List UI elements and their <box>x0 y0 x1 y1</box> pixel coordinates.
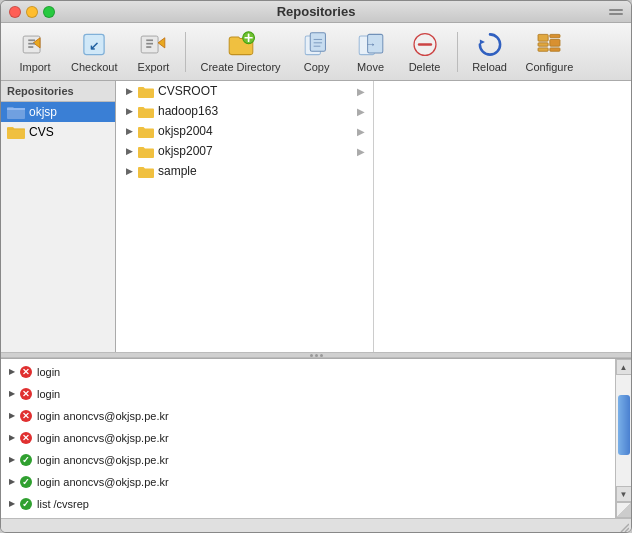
scrollbar-thumb[interactable] <box>618 395 630 455</box>
checkout-icon: ↙ <box>78 31 110 58</box>
svg-rect-28 <box>538 47 548 50</box>
svg-line-34 <box>625 528 629 532</box>
folder-icon <box>138 145 154 158</box>
log-arrow: ▶ <box>9 385 15 403</box>
create-directory-button[interactable]: Create Directory <box>192 27 288 77</box>
minimize-button[interactable] <box>26 6 38 18</box>
tree-chevron: ▶ <box>357 106 365 117</box>
main-area: Repositories okjsp CVS <box>1 81 631 518</box>
scrollbar-up-button[interactable]: ▲ <box>616 359 632 375</box>
traffic-lights <box>9 6 55 18</box>
tree-expand-arrow: ▶ <box>124 146 134 156</box>
reload-button[interactable]: Reload <box>464 27 516 77</box>
log-arrow: ▶ <box>9 407 15 425</box>
sidebar-item-okjsp[interactable]: okjsp <box>1 102 115 122</box>
move-button[interactable]: → Move <box>345 27 397 77</box>
log-arrow: ▶ <box>9 495 15 513</box>
svg-rect-4 <box>28 46 33 48</box>
tree-item-okjsp2007[interactable]: ▶ okjsp2007 ▶ <box>116 141 373 161</box>
sidebar-item-cvs-label: CVS <box>29 125 54 139</box>
folder-icon <box>7 105 25 119</box>
create-directory-label: Create Directory <box>200 61 280 73</box>
svg-rect-3 <box>28 42 35 44</box>
svg-rect-26 <box>538 34 548 41</box>
svg-text:→: → <box>365 37 376 49</box>
log-text: list /cvsrep <box>37 495 89 513</box>
tree-item-okjsp2004[interactable]: ▶ okjsp2004 ▶ <box>116 121 373 141</box>
sidebar-item-cvs[interactable]: CVS <box>1 122 115 142</box>
maximize-button[interactable] <box>43 6 55 18</box>
main-window: Repositories Import ↙ Checkout <box>0 0 632 533</box>
tree-item-label: CVSROOT <box>158 84 217 98</box>
tree-expand-arrow: ▶ <box>124 166 134 176</box>
log-arrow: ▶ <box>9 429 15 447</box>
status-error-icon: ✕ <box>20 432 32 444</box>
status-ok-icon: ✓ <box>20 498 32 510</box>
import-button[interactable]: Import <box>9 27 61 77</box>
copy-button[interactable]: Copy <box>291 27 343 77</box>
svg-line-33 <box>621 524 629 532</box>
create-directory-icon <box>225 31 257 58</box>
sidebar-item-okjsp-label: okjsp <box>29 105 57 119</box>
copy-label: Copy <box>304 61 330 73</box>
folder-icon <box>7 125 25 139</box>
sidebar-header: Repositories <box>1 81 115 102</box>
tree-item-hadoop163[interactable]: ▶ hadoop163 ▶ <box>116 101 373 121</box>
tree-item-cvsroot[interactable]: ▶ CVSROOT ▶ <box>116 81 373 101</box>
file-tree[interactable]: ▶ CVSROOT ▶ ▶ hadoop163 ▶ <box>116 81 374 352</box>
tree-expand-arrow: ▶ <box>124 86 134 96</box>
tree-chevron: ▶ <box>357 126 365 137</box>
checkout-label: Checkout <box>71 61 117 73</box>
log-text: login <box>37 385 60 403</box>
move-label: Move <box>357 61 384 73</box>
delete-icon <box>409 31 441 58</box>
close-button[interactable] <box>9 6 21 18</box>
svg-marker-8 <box>159 37 166 47</box>
log-text: login anoncvs@okjsp.pe.kr <box>37 451 169 469</box>
tree-item-sample[interactable]: ▶ sample <box>116 161 373 181</box>
tree-chevron: ▶ <box>357 146 365 157</box>
import-icon <box>19 31 51 58</box>
toolbar: Import ↙ Checkout Export <box>1 23 631 81</box>
checkout-button[interactable]: ↙ Checkout <box>63 27 125 77</box>
svg-rect-10 <box>147 42 154 44</box>
export-button[interactable]: Export <box>127 27 179 77</box>
svg-marker-25 <box>479 39 484 44</box>
reload-icon <box>474 31 506 58</box>
tree-item-label: okjsp2007 <box>158 144 213 158</box>
status-error-icon: ✕ <box>20 366 32 378</box>
separator-1 <box>185 32 186 72</box>
folder-icon <box>138 85 154 98</box>
folder-icon <box>138 165 154 178</box>
tree-item-label: hadoop163 <box>158 104 218 118</box>
svg-rect-31 <box>550 47 560 50</box>
delete-label: Delete <box>409 61 441 73</box>
delete-button[interactable]: Delete <box>399 27 451 77</box>
log-content: ▶ ✕ login ▶ ✕ login ▶ ✕ login anoncvs@ok… <box>1 359 615 518</box>
import-label: Import <box>19 61 50 73</box>
export-icon <box>137 31 169 58</box>
resize-dots <box>310 354 323 357</box>
svg-text:↙: ↙ <box>89 38 99 52</box>
svg-rect-2 <box>28 39 35 41</box>
separator-2 <box>457 32 458 72</box>
svg-rect-30 <box>550 39 560 46</box>
log-item: ▶ ✕ login anoncvs@okjsp.pe.kr <box>1 405 615 427</box>
log-item: ▶ ✓ list /cvsrep <box>1 493 615 515</box>
titlebar: Repositories <box>1 1 631 23</box>
tree-item-label: okjsp2004 <box>158 124 213 138</box>
log-item: ▶ ✕ login anoncvs@okjsp.pe.kr <box>1 427 615 449</box>
tree-chevron: ▶ <box>357 86 365 97</box>
log-text: login <box>37 363 60 381</box>
configure-button[interactable]: Configure <box>518 27 582 77</box>
window-title: Repositories <box>277 4 356 19</box>
svg-rect-32 <box>7 108 25 110</box>
scrollbar-track <box>616 375 631 486</box>
tree-expand-arrow: ▶ <box>124 126 134 136</box>
scrollbar-down-button[interactable]: ▼ <box>616 486 632 502</box>
status-ok-icon: ✓ <box>20 476 32 488</box>
svg-rect-11 <box>147 46 152 48</box>
log-text: login anoncvs@okjsp.pe.kr <box>37 407 169 425</box>
configure-label: Configure <box>526 61 574 73</box>
log-item: ▶ ✕ login <box>1 383 615 405</box>
